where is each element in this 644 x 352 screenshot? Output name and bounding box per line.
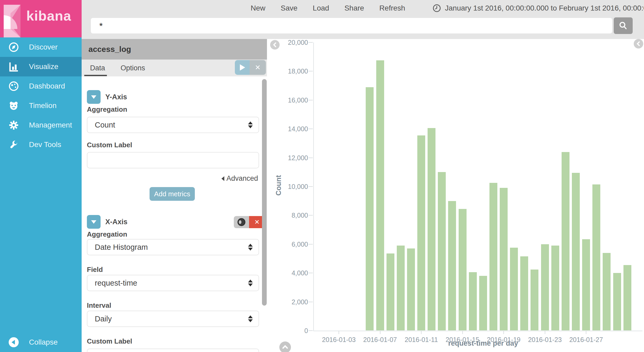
x-axis-line [313,331,642,331]
bar-2016-01-15[interactable] [459,209,467,330]
bar-2016-01-10[interactable] [407,248,415,330]
panel-scrollbar[interactable] [262,79,267,306]
x-tick-mark [462,331,463,334]
field-label: Field [87,266,103,274]
bar-2016-01-09[interactable] [397,246,405,330]
bar-2016-01-06[interactable] [366,87,374,330]
bar-2016-01-25[interactable] [562,152,569,330]
x-tick-label: 2016-01-15 [446,336,479,344]
bar-2016-01-18[interactable] [489,183,497,330]
custom-label2-label: Custom Label [87,337,132,345]
tab-options[interactable]: Options [121,60,145,76]
menu-item-new[interactable]: New [251,4,265,12]
sidebar-item-visualize[interactable]: Visualize [0,57,82,76]
custom-label2-input[interactable] [87,349,259,352]
aggregation-label: Aggregation [87,105,127,114]
y-tick-label: 8,000 [276,212,308,219]
menu-item-save[interactable]: Save [281,4,298,12]
collapse-right-button[interactable] [634,39,643,48]
active-tab-underline [84,75,107,76]
bar-2016-01-24[interactable] [551,246,559,330]
y-tick-mark [309,100,313,100]
custom-label-label: Custom Label [87,141,132,149]
bar-2016-01-19[interactable] [500,188,508,330]
menu-item-refresh[interactable]: Refresh [379,4,405,12]
sidebar-collapse-button[interactable]: Collapse [0,333,82,352]
bar-2016-01-16[interactable] [469,272,477,330]
add-metrics-button[interactable]: Add metrics [150,187,195,201]
aggregation-select[interactable]: Count [87,117,259,133]
bar-2016-01-31[interactable] [623,265,631,330]
y-axis-row: Y-Axis [87,90,127,104]
discard-changes-button[interactable]: ✕ [250,60,266,75]
y-axis-collapse-button[interactable] [87,90,101,104]
bar-2016-01-23[interactable] [541,244,549,330]
y-tick-label: 2,000 [276,298,308,306]
advanced-toggle[interactable]: Advanced [221,174,258,183]
search-input[interactable] [99,18,600,34]
sidebar-item-label: Management [29,121,72,129]
bucket-controls-group: ✕ [234,216,265,228]
index-pattern-title: access_log [88,45,131,54]
x-tick-mark [545,331,545,334]
search-icon [618,21,628,31]
bar-2016-01-29[interactable] [603,253,611,330]
menu-item-load[interactable]: Load [313,4,329,12]
bar-2016-01-28[interactable] [592,184,600,330]
bar-2016-01-12[interactable] [428,128,435,330]
sidebar-item-label: Dashboard [29,82,65,90]
bar-2016-01-08[interactable] [387,253,394,330]
select-arrows-icon [248,280,253,286]
custom-label-inputbox [87,152,259,168]
disable-bucket-toggle[interactable] [234,216,249,228]
kibana-logo[interactable]: kibana [0,0,82,37]
custom-label-input[interactable] [87,153,259,168]
time-picker[interactable]: January 1st 2016, 00:00:00.000 to Februa… [432,0,644,16]
y-axis-line [313,42,314,331]
bar-2016-01-20[interactable] [510,248,518,330]
sidebar-item-management[interactable]: Management [0,115,82,135]
bar-2016-01-17[interactable] [479,276,487,330]
interval-label: Interval [87,301,111,310]
y-tick-label: 10,000 [276,183,308,190]
play-icon [239,64,245,71]
chevron-down-icon [91,95,96,99]
bucket-aggregation-select[interactable]: Date Histogram [87,239,259,255]
sidebar-item-dev-tools[interactable]: Dev Tools [0,135,82,154]
x-axis-label: X-Axis [105,218,127,226]
sidebar-item-timelion[interactable]: Timelion [0,96,82,115]
tab-data[interactable]: Data [90,60,105,76]
y-tick-mark [309,71,313,71]
bar-2016-01-22[interactable] [531,270,538,330]
bucket-aggregation-label: Aggregation [87,230,127,238]
kibana-app: NewSaveLoadShareRefresh January 1st 2016… [0,0,644,352]
spy-panel-toggle-button[interactable] [279,341,291,352]
bar-2016-01-26[interactable] [572,173,580,330]
gauge-icon [8,81,19,91]
sidebar-item-discover[interactable]: Discover [0,37,82,57]
menu-item-share[interactable]: Share [344,4,364,12]
y-tick-mark [309,302,313,302]
y-tick-label: 16,000 [276,96,308,104]
time-range-text: January 1st 2016, 00:00:00.000 to Februa… [445,4,644,12]
vis-editor-header: access_log [82,39,267,60]
bar-2016-01-13[interactable] [438,172,446,330]
select-arrows-icon [248,244,253,251]
y-tick-mark [309,42,313,43]
bar-2016-01-07[interactable] [376,60,384,330]
x-tick-label: 2016-01-03 [322,336,356,344]
x-tick-mark [380,331,380,334]
bar-2016-01-11[interactable] [417,135,425,330]
x-axis-collapse-button[interactable] [87,215,101,229]
search-button[interactable] [614,17,633,34]
apply-changes-button[interactable] [235,60,250,75]
sidebar-item-dashboard[interactable]: Dashboard [0,76,82,96]
field-select[interactable]: request-time [87,275,259,291]
y-tick-label: 4,000 [276,269,308,277]
bar-2016-01-27[interactable] [582,239,590,330]
bar-2016-01-21[interactable] [520,256,528,330]
interval-select[interactable]: Daily [87,311,259,327]
bar-2016-01-30[interactable] [613,273,621,330]
x-tick-label: 2016-01-11 [405,336,438,344]
bar-2016-01-14[interactable] [448,201,456,330]
